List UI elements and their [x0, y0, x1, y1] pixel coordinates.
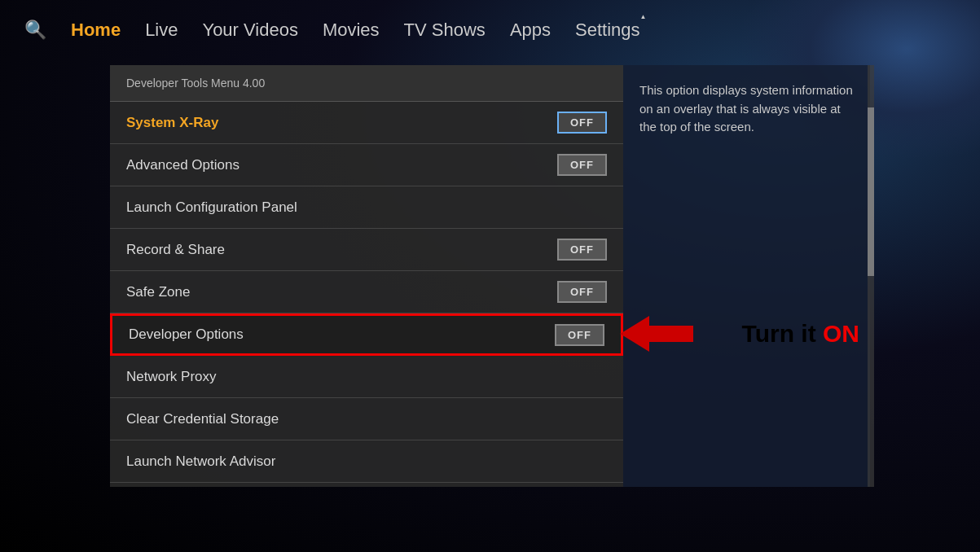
- nav-tv-shows[interactable]: TV Shows: [404, 20, 486, 41]
- nav-movies[interactable]: Movies: [323, 20, 380, 41]
- annotation: Turn it ON: [620, 316, 859, 352]
- menu-row-launch-network[interactable]: Launch Network Advisor: [110, 440, 623, 483]
- menu-row-launch-config[interactable]: Launch Configuration Panel: [110, 186, 623, 229]
- menu-row-record-share[interactable]: Record & Share OFF: [110, 229, 623, 271]
- annotation-prefix: Turn it: [742, 320, 823, 347]
- menu-row-clear-credential[interactable]: Clear Credential Storage: [110, 398, 623, 440]
- info-panel: This option displays system information …: [623, 65, 870, 487]
- system-xray-toggle[interactable]: OFF: [557, 112, 607, 134]
- arrow-icon: [620, 316, 693, 352]
- safe-zone-label: Safe Zone: [126, 284, 190, 300]
- svg-marker-0: [620, 316, 693, 352]
- record-share-label: Record & Share: [126, 242, 225, 258]
- nav-live[interactable]: Live: [145, 20, 178, 41]
- search-icon[interactable]: 🔍: [24, 20, 46, 41]
- menu-row-network-proxy[interactable]: Network Proxy: [110, 356, 623, 398]
- developer-options-toggle[interactable]: OFF: [555, 324, 604, 346]
- scrollbar-thumb[interactable]: [868, 107, 874, 276]
- annotation-text: Turn it ON: [742, 320, 859, 348]
- safe-zone-toggle[interactable]: OFF: [557, 281, 607, 303]
- menu-row-system-xray[interactable]: System X-Ray OFF: [110, 102, 623, 144]
- menu-panel: Developer Tools Menu 4.00 System X-Ray O…: [110, 65, 623, 487]
- advanced-options-label: Advanced Options: [126, 157, 240, 173]
- menu-row-advanced-options[interactable]: Advanced Options OFF: [110, 144, 623, 186]
- nav-your-videos[interactable]: Your Videos: [202, 20, 297, 41]
- menu-row-safe-zone[interactable]: Safe Zone OFF: [110, 271, 623, 313]
- menu-title: Developer Tools Menu 4.00: [110, 65, 623, 102]
- launch-network-label: Launch Network Advisor: [126, 453, 275, 470]
- developer-options-label: Developer Options: [129, 326, 244, 343]
- advanced-options-toggle[interactable]: OFF: [557, 154, 607, 176]
- nav-home[interactable]: Home: [71, 20, 121, 41]
- record-share-toggle[interactable]: OFF: [557, 239, 607, 261]
- system-xray-label: System X-Ray: [126, 115, 218, 131]
- menu-row-developer-options[interactable]: Developer Options OFF: [110, 313, 623, 356]
- annotation-on: ON: [823, 320, 859, 347]
- clear-credential-label: Clear Credential Storage: [126, 411, 279, 427]
- top-navigation: 🔍 Home Live Your Videos Movies TV Shows …: [0, 0, 980, 60]
- main-content: Developer Tools Menu 4.00 System X-Ray O…: [110, 65, 870, 487]
- info-text: This option displays system information …: [639, 81, 854, 137]
- scrollbar[interactable]: [868, 65, 874, 487]
- launch-config-label: Launch Configuration Panel: [126, 199, 297, 216]
- nav-apps[interactable]: Apps: [510, 20, 551, 41]
- network-proxy-label: Network Proxy: [126, 369, 217, 385]
- nav-settings[interactable]: Settings: [575, 20, 640, 41]
